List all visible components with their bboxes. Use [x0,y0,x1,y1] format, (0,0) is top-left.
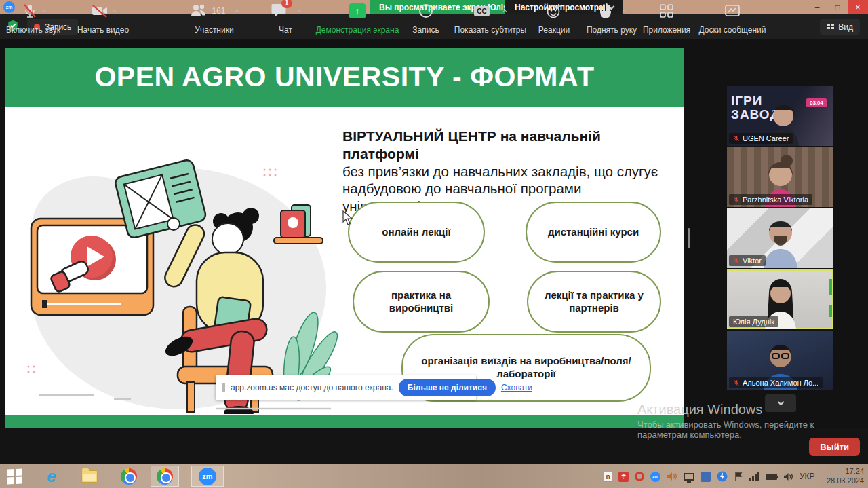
record-icon [419,4,433,18]
close-button[interactable]: × [848,0,868,14]
participant-name: UGEN Career [743,134,789,143]
speaker-tray-icon[interactable] [783,472,793,481]
start-video-button[interactable]: Начать видео [69,2,137,35]
participant-tile-parzhnitska[interactable]: Parzhnitska Viktoria [727,147,833,207]
screen-share-notification: app.zoom.us має доступ до вашого екрана.… [216,375,476,400]
start-button[interactable] [5,467,24,486]
clock-date: 28.03.2024 [827,476,864,486]
participants-icon [190,3,208,18]
taskbar-chrome[interactable] [119,467,138,486]
share-notification-message: app.zoom.us має доступ до вашого екрана. [231,383,393,392]
muted-mic-icon [733,257,740,265]
participant-name: Альона Халимон Ло... [743,379,818,387]
notepad-tray-icon[interactable]: n [604,472,612,482]
participant-tile-ugen-career[interactable]: ІГРИЗАВОДІВ 03.04 UGEN Career [727,86,833,146]
ie-icon: e [47,468,56,485]
participant-tile-yulia-active-speaker[interactable]: Юлія Дуднік [727,269,833,329]
video-artifact [829,279,832,295]
whiteboards-button[interactable]: Доски сообщений [697,2,768,35]
oval-partner-lectures: лекції та практика у партнерів [527,271,661,333]
slide-illustration [12,143,338,414]
chat-unread-badge: 1 [281,0,292,8]
reactions-button[interactable]: Реакции [532,2,576,35]
slide-footer-band [5,415,684,428]
closed-captions-icon: CC [474,6,489,16]
share-screen-icon: ↑ [349,3,366,18]
windows-logo-icon [7,468,22,484]
muted-mic-icon [733,379,740,387]
participant-name: Parzhnitska Viktoria [743,195,808,204]
participants-count: 161 [212,6,225,16]
display-tray-icon[interactable] [684,473,694,481]
apps-button[interactable]: Приложения [636,2,697,35]
chevron-up-icon[interactable] [41,10,45,14]
view-grid-icon [827,24,834,29]
shared-screen-slide: OPEN AGRO UNIVERSITY - ФОРМАТ [5,48,684,428]
view-label: Вид [838,22,853,32]
chevron-up-icon[interactable] [234,10,239,14]
panel-divider-handle[interactable] [688,228,690,248]
chevron-down-icon [777,399,784,406]
language-indicator[interactable]: УКР [800,472,815,481]
participant-tile-alona[interactable]: Альона Халимон Ло... [727,331,833,390]
app-tray-icon[interactable] [701,472,711,482]
lightning-tray-icon[interactable] [717,471,728,482]
slide-body-line1: без прив’язки до навчальних закладів, що… [342,163,667,180]
video-artifact [829,305,832,317]
battery-icon[interactable] [766,474,777,480]
network-signal-icon[interactable] [749,472,760,481]
maximize-button[interactable]: □ [827,0,848,14]
zoom-tray-icon[interactable]: zm [650,472,660,482]
participants-button[interactable]: 161 Участники [182,2,247,35]
unmute-button[interactable]: Включить звук [4,2,62,35]
chrome-icon [121,468,137,485]
folder-icon [81,470,98,483]
oval-practice-production: практика на виробництві [353,271,490,333]
zoom-meeting-window: zm Вы просматриваете экран Юлія Дуднік Н… [0,0,868,488]
participant-name: Viktor [743,257,762,265]
mouse-cursor [342,210,353,225]
taskbar-internet-explorer[interactable]: e [42,467,61,486]
taskbar-chrome-active[interactable] [151,466,179,487]
participant-name: Юлія Дуднік [733,318,774,326]
drag-handle-icon[interactable] [222,383,225,392]
taskbar-clock[interactable]: 17:24 28.03.2024 [827,467,864,486]
oval-online-lectures: онлайн лекції [348,202,485,263]
chevron-up-icon[interactable] [502,10,507,14]
chat-button[interactable]: 1 Чат [266,2,305,35]
share-screen-button[interactable]: ↑ Демонстрация экрана [312,2,403,35]
chevron-up-icon[interactable] [111,10,116,14]
tile-overlay-badge: 03.04 [806,98,827,107]
raise-hand-icon [598,3,613,19]
taskbar-file-explorer[interactable] [80,467,99,486]
chevron-up-icon[interactable] [296,10,301,14]
oval-distance-courses: дистанційні курси [526,202,661,263]
mic-muted-icon [22,3,38,19]
reactions-smiley-icon [546,3,562,19]
flag-tray-icon[interactable] [734,472,743,481]
muted-mic-icon [733,134,740,143]
clock-time: 17:24 [827,467,864,476]
taskbar-zoom-active[interactable]: zm [191,466,224,487]
participant-tile-viktor[interactable]: Viktor [727,208,833,268]
chevron-up-icon[interactable] [621,10,626,14]
hide-notification-link[interactable]: Сховати [501,383,532,392]
muted-mic-icon [733,195,740,204]
windows-taskbar: e zm n ☂ zm УКР 17:24 28.03.2024 [0,464,868,488]
opera-tray-icon[interactable] [635,472,644,481]
leave-meeting-button[interactable]: Выйти [809,438,860,456]
stop-sharing-button[interactable]: Більше не ділитися [399,379,496,396]
collapse-thumbnails-button[interactable] [765,394,796,412]
zoom-icon: zm [199,468,216,485]
volume-mixer-tray-icon[interactable] [667,472,677,481]
system-tray: n ☂ zm УКР [604,467,815,486]
apps-icon [659,3,674,18]
slide-heading-bold: ВІРТУАЛЬНИЙ ЦЕНТР [342,128,496,144]
zoom-control-toolbar [0,428,868,464]
minimize-button[interactable]: – [807,0,827,14]
raise-hand-button[interactable]: Поднять руку [578,2,646,35]
avira-tray-icon[interactable]: ☂ [618,472,629,482]
slide-header-band: OPEN AGRO UNIVERSITY - ФОРМАТ [5,48,684,107]
view-layout-button[interactable]: Вид [820,19,860,35]
captions-button[interactable]: CC Показать субтитры [439,2,541,35]
